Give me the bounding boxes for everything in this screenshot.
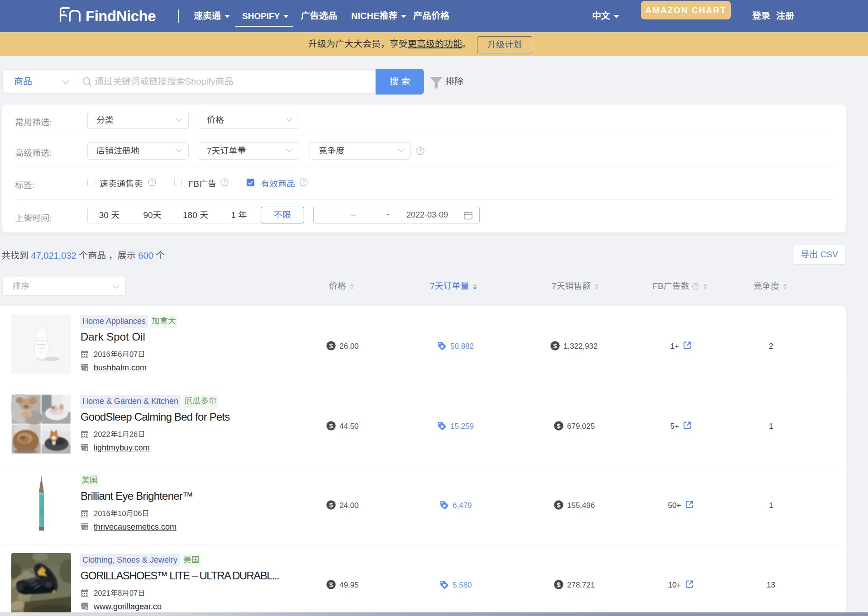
svg-text:$: $ (557, 502, 560, 509)
svg-text:$: $ (553, 342, 557, 350)
svg-text:$: $ (557, 422, 560, 430)
svg-text:$: $ (329, 342, 333, 350)
svg-text:?: ? (695, 284, 697, 289)
svg-text:$: $ (329, 422, 333, 430)
svg-text:?: ? (151, 180, 153, 185)
svg-text:?: ? (223, 180, 226, 185)
svg-text:?: ? (419, 148, 422, 154)
svg-text:$: $ (329, 502, 333, 509)
svg-text:?: ? (302, 180, 305, 185)
svg-text:$: $ (557, 581, 560, 588)
svg-text:$: $ (329, 581, 333, 588)
